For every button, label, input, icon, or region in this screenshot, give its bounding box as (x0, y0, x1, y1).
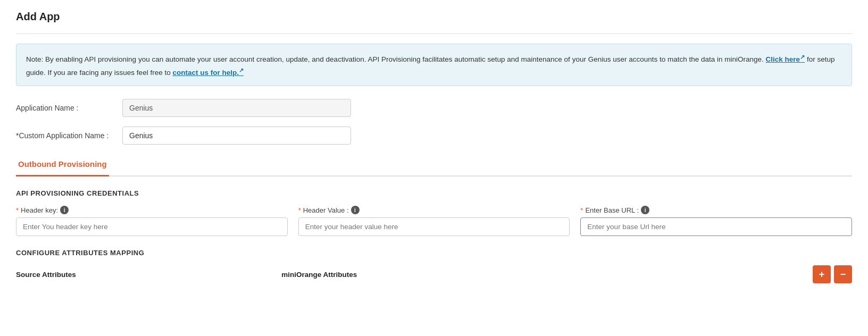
app-name-label: Application Name : (16, 104, 122, 112)
tab-section: Outbound Provisioning (16, 154, 852, 177)
setup-guide-link[interactable]: Click here↗ (766, 55, 805, 63)
header-value-group: * Header Value : i (298, 206, 570, 236)
mapping-header-row: Source Attributes miniOrange Attributes … (16, 265, 852, 283)
header-key-input[interactable] (16, 217, 288, 236)
base-url-required: * (580, 206, 583, 214)
credentials-fields-row: * Header key: i * Header Value : i * Ent… (16, 206, 852, 236)
api-credentials-title: API PROVISIONING CREDENTIALS (16, 189, 852, 197)
api-credentials-section: API PROVISIONING CREDENTIALS * Header ke… (16, 189, 852, 236)
add-mapping-button[interactable]: + (813, 265, 831, 283)
attributes-mapping-title: CONFIGURE ATTRIBUTES MAPPING (16, 249, 852, 257)
remove-mapping-button[interactable]: − (834, 265, 852, 283)
header-key-info-icon[interactable]: i (60, 206, 69, 214)
base-url-label: * Enter Base URL : i (580, 206, 852, 214)
info-banner: Note: By enabling API provisioning you c… (16, 44, 852, 86)
banner-text-before: Note: By enabling API provisioning you c… (26, 55, 766, 63)
header-key-group: * Header key: i (16, 206, 288, 236)
header-key-label: * Header key: i (16, 206, 288, 214)
app-name-row: Application Name : (16, 99, 852, 117)
custom-name-label: *Custom Application Name : (16, 131, 122, 140)
base-url-info-icon[interactable]: i (641, 206, 649, 214)
attributes-mapping-section: CONFIGURE ATTRIBUTES MAPPING Source Attr… (16, 249, 852, 283)
header-value-info-icon[interactable]: i (351, 206, 360, 214)
mapping-btn-group: + − (813, 265, 852, 283)
base-url-input[interactable] (580, 217, 852, 236)
header-key-required: * (16, 206, 19, 214)
header-value-required: * (298, 206, 301, 214)
app-name-input[interactable] (122, 99, 351, 117)
header-value-label: * Header Value : i (298, 206, 570, 214)
contact-us-link[interactable]: contact us for help.↗ (172, 69, 244, 77)
custom-name-row: *Custom Application Name : (16, 127, 852, 145)
header-value-input[interactable] (298, 217, 570, 236)
miniorange-attributes-header: miniOrange Attributes (281, 271, 536, 279)
source-attributes-header: Source Attributes (16, 271, 271, 279)
custom-name-input[interactable] (122, 127, 351, 145)
tab-outbound-provisioning[interactable]: Outbound Provisioning (16, 154, 109, 177)
base-url-group: * Enter Base URL : i (580, 206, 852, 236)
page-title: Add App (16, 11, 852, 23)
